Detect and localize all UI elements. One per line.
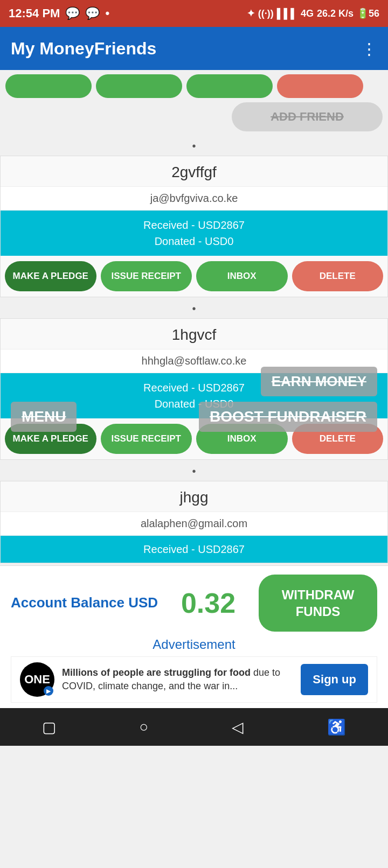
bottom-bar: Account Balance USD 0.32 WITHDRAW FUNDS …	[0, 565, 388, 708]
friend-name-1: 2gvffgf	[1, 156, 387, 187]
bluetooth-icon: ✦	[247, 8, 255, 19]
separator-dot-1: •	[0, 140, 388, 152]
delete-button-1[interactable]: DELETE	[292, 261, 384, 291]
signal-icon: ▌▌▌	[277, 8, 297, 19]
friend-card-2: 1hgvcf hhhgla@softlaw.co.ke Received - U…	[0, 318, 388, 460]
partial-btn-1[interactable]	[5, 74, 92, 98]
friend-actions-2: MAKE A PLEDGE ISSUE RECEIPT INBOX DELETE	[1, 418, 387, 459]
friend-received-3: Received - USD2867	[11, 541, 377, 557]
friend-actions-1: MAKE A PLEDGE ISSUE RECEIPT INBOX DELETE	[1, 256, 387, 297]
friend-received-2: Received - USD2867	[11, 380, 377, 396]
whatsapp-icon: 💬	[65, 6, 80, 20]
friend-donated-2: Donated - USD0	[11, 396, 377, 412]
friend-card-2-wrapper: 1hgvcf hhhgla@softlaw.co.ke Received - U…	[0, 318, 388, 460]
separator-dot-2: •	[0, 303, 388, 315]
nav-accessibility-icon[interactable]: ♿	[327, 718, 346, 736]
partial-btn-2[interactable]	[96, 74, 182, 98]
ad-logo-text: ONE	[24, 673, 50, 687]
ad-text-strong: Millions of people are struggling for fo…	[62, 667, 251, 678]
friend-donated-1: Donated - USD0	[11, 233, 377, 249]
status-left: 12:54 PM 💬 💬 •	[9, 6, 109, 20]
app-title: My MoneyFriends	[11, 39, 156, 59]
ad-play-icon: ▶	[44, 686, 53, 696]
friend-stats-3: Received - USD2867	[1, 536, 387, 563]
nav-square-icon[interactable]: ▢	[42, 718, 56, 736]
friend-card-1: 2gvffgf ja@bvfgviva.co.ke Received - USD…	[0, 156, 388, 297]
inbox-button-2[interactable]: INBOX	[196, 424, 288, 454]
issue-receipt-button-2[interactable]: ISSUE RECEIPT	[101, 424, 192, 454]
battery-icon: 🔋56	[357, 8, 379, 19]
top-buttons-row	[0, 70, 388, 102]
friend-received-1: Received - USD2867	[11, 217, 377, 233]
nav-back-icon[interactable]: ◁	[232, 718, 244, 736]
issue-receipt-button-1[interactable]: ISSUE RECEIPT	[101, 261, 192, 291]
message-icon: 💬	[85, 6, 100, 20]
ad-banner: ONE ▶ Millions of people are struggling …	[11, 656, 377, 703]
navigation-bar: ▢ ○ ◁ ♿	[0, 708, 388, 746]
partial-btn-4[interactable]	[277, 74, 363, 98]
balance-amount: 0.32	[181, 587, 235, 619]
make-pledge-button-2[interactable]: MAKE A PLEDGE	[5, 424, 96, 454]
network-icon: 4G	[301, 8, 314, 19]
app-bar: My MoneyFriends ⋮	[0, 27, 388, 70]
add-friend-button[interactable]: ADD FRIEND	[232, 102, 383, 131]
ad-logo: ONE ▶	[20, 662, 54, 697]
nav-home-icon[interactable]: ○	[140, 718, 149, 736]
make-pledge-button-1[interactable]: MAKE A PLEDGE	[5, 261, 96, 291]
signup-button[interactable]: Sign up	[301, 664, 368, 695]
delete-button-2[interactable]: DELETE	[292, 424, 384, 454]
status-bar: 12:54 PM 💬 💬 • ✦ ((·)) ▌▌▌ 4G 26.2 K/s 🔋…	[0, 0, 388, 27]
dot-indicator: •	[105, 6, 109, 20]
status-right: ✦ ((·)) ▌▌▌ 4G 26.2 K/s 🔋56	[247, 8, 379, 19]
friend-stats-2: Received - USD2867 Donated - USD0	[1, 373, 387, 418]
partial-btn-3[interactable]	[186, 74, 273, 98]
time-display: 12:54 PM	[9, 6, 60, 20]
friend-email-2: hhhgla@softlaw.co.ke	[1, 349, 387, 373]
overflow-menu-icon[interactable]: ⋮	[361, 39, 377, 58]
ad-text: Millions of people are struggling for fo…	[62, 666, 293, 693]
balance-row: Account Balance USD 0.32 WITHDRAW FUNDS	[11, 575, 377, 632]
friend-name-2: 1hgvcf	[1, 319, 387, 349]
balance-label: Account Balance USD	[11, 594, 158, 612]
separator-dot-3: •	[0, 465, 388, 478]
friend-stats-1: Received - USD2867 Donated - USD0	[1, 211, 387, 256]
speed-indicator: 26.2 K/s	[317, 8, 354, 19]
add-friend-area: ADD FRIEND	[0, 102, 388, 137]
inbox-button-1[interactable]: INBOX	[196, 261, 288, 291]
friend-email-1: ja@bvfgviva.co.ke	[1, 187, 387, 211]
friend-email-3: alalaphen@gmail.com	[1, 512, 387, 536]
advertisement-label: Advertisement	[11, 637, 377, 652]
withdraw-funds-button[interactable]: WITHDRAW FUNDS	[259, 575, 377, 632]
content-area: ADD FRIEND • 2gvffgf ja@bvfgviva.co.ke R…	[0, 70, 388, 708]
friend-name-3: jhgg	[1, 481, 387, 512]
friend-card-3: jhgg alalaphen@gmail.com Received - USD2…	[0, 481, 388, 563]
wifi-icon: ((·))	[258, 8, 274, 19]
